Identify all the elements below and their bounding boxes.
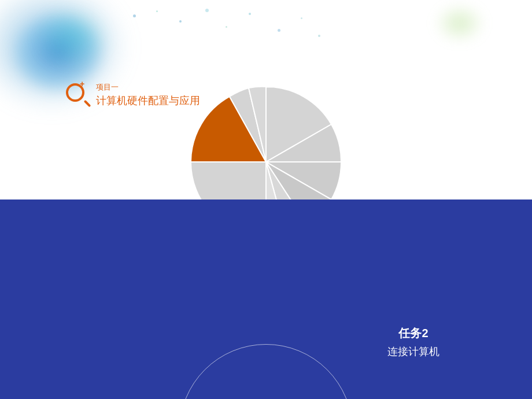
transition-circle: 过渡页 Transition Page	[179, 344, 353, 399]
task-name: 连接计算机	[387, 345, 439, 359]
magnifier-icon: +	[64, 81, 91, 109]
bottom-section: 过渡页 Transition Page 任务2 连接计算机	[0, 200, 532, 399]
plus-icon: +	[80, 80, 84, 88]
task-info: 任务2 连接计算机	[387, 326, 439, 359]
top-section: + 项目一 计算机硬件配置与应用	[0, 0, 532, 200]
blob-green	[434, 3, 486, 43]
dots-decoration	[116, 6, 347, 52]
blob-teal	[35, 6, 110, 69]
task-number: 任务2	[387, 326, 439, 341]
pie-chart	[179, 75, 353, 200]
